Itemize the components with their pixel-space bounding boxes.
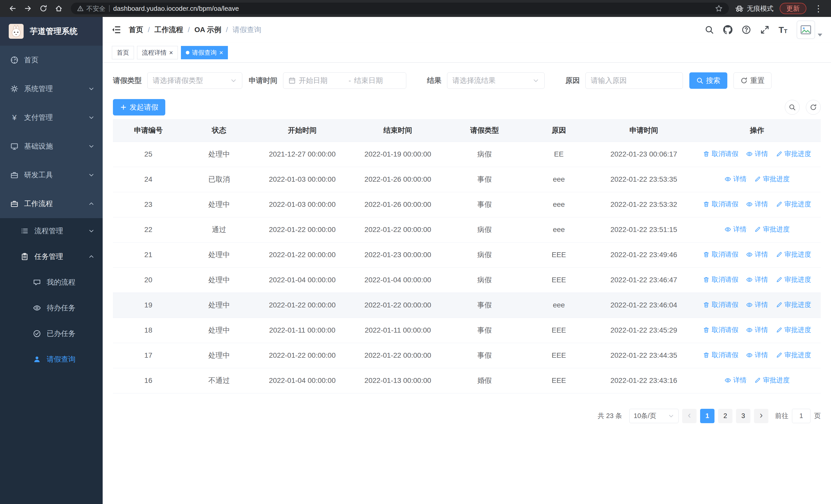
detail-link[interactable]: 详情 (746, 300, 768, 309)
cancel-leave-link[interactable]: 取消请假 (703, 250, 738, 259)
tab-process-detail[interactable]: 流程详情 × (137, 46, 178, 59)
refresh-table-button[interactable] (806, 100, 821, 115)
detail-link[interactable]: 详情 (724, 376, 747, 385)
sidebar-item-my-process[interactable]: 我的流程 (0, 269, 103, 295)
search-button[interactable]: 搜索 (689, 72, 727, 89)
fullscreen-icon[interactable] (760, 25, 769, 34)
detail-link[interactable]: 详情 (746, 250, 768, 259)
browser-back-button[interactable] (7, 3, 19, 14)
create-leave-button[interactable]: 发起请假 (113, 99, 165, 116)
breadcrumb-home[interactable]: 首页 (129, 25, 143, 35)
tags-view: 首页 流程详情 × 请假查询 × (103, 42, 831, 63)
cancel-leave-link[interactable]: 取消请假 (703, 351, 738, 359)
detail-link[interactable]: 详情 (746, 351, 768, 359)
sidebar-item-devtools[interactable]: 研发工具 (0, 161, 103, 189)
approval-progress-link[interactable]: 审批进度 (754, 175, 790, 183)
approval-progress-link[interactable]: 审批进度 (776, 149, 811, 158)
detail-link[interactable]: 详情 (746, 200, 768, 209)
app-logo[interactable]: 芋道管理系统 (0, 17, 103, 46)
tab-leave-query[interactable]: 请假查询 × (181, 46, 228, 59)
sidebar-item-infrastructure[interactable]: 基础设施 (0, 132, 103, 161)
cell-apply-time: 2022-01-22 23:46:47 (594, 267, 693, 293)
cell-leave-type: 病假 (446, 267, 523, 293)
sidebar-item-task-management[interactable]: 任务管理 (0, 244, 103, 269)
page-button-1[interactable]: 1 (700, 409, 715, 423)
cancel-leave-link[interactable]: 取消请假 (703, 149, 738, 158)
reset-button-label: 重置 (750, 76, 765, 85)
approval-progress-link[interactable]: 审批进度 (776, 300, 811, 309)
sidebar-item-workflow[interactable]: 工作流程 (0, 189, 103, 218)
reset-button[interactable]: 重置 (734, 72, 771, 89)
approval-progress-link[interactable]: 审批进度 (776, 250, 811, 259)
cell-start-time: 2022-01-22 00:00:00 (255, 217, 350, 242)
close-icon[interactable]: × (219, 49, 223, 56)
browser-menu-icon[interactable]: ⋮ (812, 3, 824, 13)
sidebar-item-leave-query[interactable]: 请假查询 (0, 347, 103, 372)
toggle-search-button[interactable] (785, 100, 800, 115)
cancel-leave-link[interactable]: 取消请假 (703, 200, 738, 209)
sidebar-item-payment[interactable]: ¥ 支付管理 (0, 103, 103, 132)
approval-progress-link[interactable]: 审批进度 (776, 275, 811, 284)
cancel-leave-link[interactable]: 取消请假 (703, 300, 738, 309)
cell-apply-id: 21 (113, 242, 184, 267)
approval-progress-link[interactable]: 审批进度 (776, 351, 811, 359)
goto-label: 前往 (775, 411, 789, 420)
sidebar-item-label: 请假查询 (47, 354, 94, 364)
app-title: 芋道管理系统 (30, 26, 78, 37)
breadcrumb-current: 请假查询 (232, 25, 261, 35)
detail-link[interactable]: 详情 (746, 325, 768, 334)
next-page-button[interactable]: › (754, 409, 768, 423)
cancel-leave-link[interactable]: 取消请假 (703, 275, 738, 284)
font-size-icon[interactable]: TT (779, 25, 787, 34)
sidebar-item-label: 工作流程 (24, 199, 83, 209)
user-avatar-dropdown[interactable] (797, 21, 822, 39)
detail-link[interactable]: 详情 (724, 175, 747, 183)
leave-type-select[interactable]: 请选择请假类型 (147, 72, 242, 89)
col-start-time: 开始时间 (255, 119, 350, 142)
result-select[interactable]: 请选择流结果 (447, 72, 545, 89)
apply-time-range-picker[interactable]: 开始日期 - 结束日期 (283, 72, 406, 89)
search-icon[interactable] (705, 25, 714, 34)
approval-progress-link[interactable]: 审批进度 (776, 325, 811, 334)
security-chip[interactable]: 不安全 (77, 4, 106, 13)
goto-page-input[interactable] (792, 409, 810, 423)
github-icon[interactable] (723, 25, 733, 34)
approval-progress-link[interactable]: 审批进度 (776, 200, 811, 209)
sidebar-item-done-tasks[interactable]: 已办任务 (0, 321, 103, 347)
page-size-select[interactable]: 10条/页 (629, 409, 679, 423)
breadcrumb-workflow[interactable]: 工作流程 (154, 25, 183, 35)
reason-input[interactable] (591, 77, 678, 85)
tab-home[interactable]: 首页 (112, 46, 134, 59)
start-date-input[interactable]: 开始日期 (299, 76, 345, 85)
sidebar-fold-icon[interactable] (111, 25, 121, 35)
update-button[interactable]: 更新 (780, 3, 806, 14)
prev-page-button[interactable]: ‹ (682, 409, 696, 423)
detail-link[interactable]: 详情 (746, 275, 768, 284)
page-button-3[interactable]: 3 (736, 409, 750, 423)
cell-reason: EEE (523, 267, 594, 293)
sidebar-item-system[interactable]: 系统管理 (0, 75, 103, 103)
detail-link[interactable]: 详情 (724, 225, 747, 234)
plus-icon (120, 104, 127, 111)
breadcrumb-oa-example[interactable]: OA 示例 (195, 25, 222, 35)
sidebar-item-home[interactable]: 首页 (0, 46, 103, 75)
browser-forward-button[interactable] (22, 3, 34, 14)
browser-reload-button[interactable] (37, 3, 49, 14)
end-date-input[interactable]: 结束日期 (354, 76, 401, 85)
cell-end-time: 2022-01-11 00:00:00 (350, 318, 446, 343)
page-button-2[interactable]: 2 (718, 409, 733, 423)
detail-link[interactable]: 详情 (746, 149, 768, 158)
bookmark-star-icon[interactable] (715, 5, 723, 12)
cancel-leave-link[interactable]: 取消请假 (703, 325, 738, 334)
sidebar-item-todo-tasks[interactable]: 待办任务 (0, 295, 103, 321)
edit-icon (776, 201, 782, 208)
help-icon[interactable] (742, 25, 751, 34)
approval-progress-link[interactable]: 审批进度 (754, 225, 790, 234)
close-icon[interactable]: × (169, 49, 173, 56)
breadcrumb-separator: / (188, 26, 190, 34)
browser-home-button[interactable] (53, 3, 65, 14)
address-bar[interactable]: 不安全 dashboard.yudao.iocoder.cn/bpm/oa/le… (71, 3, 729, 14)
sidebar-item-process-management[interactable]: 流程管理 (0, 218, 103, 244)
briefcase-icon (10, 171, 19, 179)
approval-progress-link[interactable]: 审批进度 (754, 376, 790, 385)
